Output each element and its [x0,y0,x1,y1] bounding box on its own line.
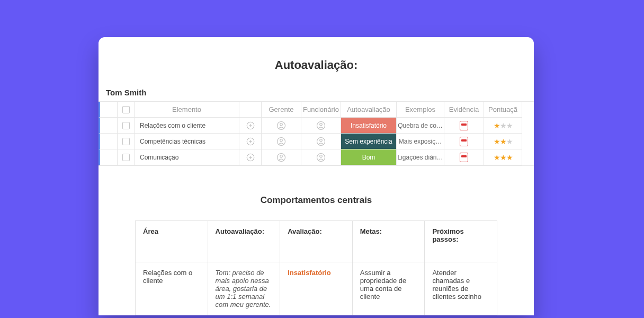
core-header-area: Área [136,221,208,262]
cell-funcionario[interactable] [301,118,341,134]
row-checkbox[interactable] [118,134,135,149]
app-card: Autoavaliação: Tom Smith Elemento Gerent… [99,37,534,315]
cell-rating[interactable]: Bom [341,149,397,165]
svg-point-13 [320,139,323,142]
checkbox-icon [122,154,130,161]
cell-example[interactable]: Quebra de co… [397,118,444,134]
cell-evidence[interactable] [444,134,484,149]
svg-point-18 [280,155,283,157]
plus-circle-icon [246,153,255,162]
core-header-proximos: Próximos passos: [425,221,497,262]
svg-point-6 [320,123,323,126]
rail-spacer [99,102,118,118]
avatar-icon [276,137,286,146]
cell-add[interactable] [239,134,262,149]
cell-evidence[interactable] [444,118,484,134]
cell-rating[interactable]: Insatisfatório [341,118,397,134]
header-plus [239,102,262,118]
star-rating: ★★★ [494,121,513,130]
row-checkbox[interactable] [118,149,135,165]
row-checkbox[interactable] [118,118,135,134]
avatar-icon [276,121,286,130]
cell-rating[interactable]: Sem experiência [341,134,397,149]
checkbox-icon [122,122,130,129]
cell-elemento[interactable]: Relações com o cliente [135,118,239,134]
cell-gerente[interactable] [262,134,301,149]
header-pontuacao: Pontuaçã [484,102,522,118]
rail-spacer [99,118,118,134]
core-cell-metas[interactable]: Assumir a propriedade de uma conta de cl… [352,262,425,315]
page-title: Autoavaliação: [99,58,534,72]
svg-point-20 [320,155,323,157]
header-elemento: Elemento [135,102,239,118]
cell-funcionario[interactable] [301,149,341,165]
core-cell-aval[interactable]: Insatisfatório [280,262,353,315]
file-icon [460,153,468,162]
cell-add[interactable] [239,118,262,134]
core-behaviors-title: Comportamentos centrais [99,195,534,206]
header-autoavaliacao: Autoavaliação [341,102,397,118]
header-funcionario: Funcionário [301,102,341,118]
core-header-aval: Avaliação: [280,221,353,262]
svg-point-4 [280,123,283,126]
star-rating: ★★★ [494,153,513,162]
cell-funcionario[interactable] [301,134,341,149]
cell-elemento[interactable]: Comunicação [135,149,239,165]
header-gerente: Gerente [262,102,301,118]
cell-example[interactable]: Ligações diári… [397,149,444,165]
cell-add[interactable] [239,149,262,165]
cell-stars[interactable]: ★★★ [484,118,522,134]
cell-gerente[interactable] [262,149,301,165]
core-header-auto: Autoavaliação: [208,221,280,262]
avatar-icon [276,153,286,162]
core-behaviors-table: Área Autoavaliação: Avaliação: Metas: Pr… [135,220,497,315]
plus-circle-icon [246,137,255,146]
core-cell-auto[interactable]: Tom: preciso de mais apoio nessa área, g… [208,262,280,315]
rail-spacer [99,149,118,165]
svg-point-11 [280,139,283,142]
cell-elemento[interactable]: Competências técnicas [135,134,239,149]
core-cell-area[interactable]: Relações com o cliente [136,262,208,315]
checkbox-icon [122,106,130,113]
cell-example[interactable]: Mais exposiç… [397,134,444,149]
core-cell-proximos[interactable]: Atender chamadas e reuniões de clientes … [425,262,497,315]
cell-evidence[interactable] [444,149,484,165]
avatar-icon [316,153,326,162]
avatar-icon [316,121,326,130]
rating-badge: Sem experiência [341,134,396,149]
evaluation-grid: Elemento Gerente Funcionário Autoavaliaç… [99,101,534,166]
avatar-icon [316,137,326,146]
checkbox-icon [122,138,130,145]
core-row: Relações com o cliente Tom: preciso de m… [136,262,497,315]
header-checkbox-cell[interactable] [118,102,135,118]
cell-gerente[interactable] [262,118,301,134]
rating-badge: Bom [341,149,396,165]
core-header-metas: Metas: [352,221,425,262]
plus-circle-icon [246,121,255,130]
header-evidencia: Evidência [444,102,484,118]
cell-stars[interactable]: ★★★ [484,134,522,149]
star-rating: ★★★ [494,137,513,146]
header-exemplos: Exemplos [397,102,444,118]
cell-stars[interactable]: ★★★ [484,149,522,165]
employee-name: Tom Smith [99,88,534,101]
file-icon [460,121,468,130]
core-header-row: Área Autoavaliação: Avaliação: Metas: Pr… [136,221,497,262]
rating-badge: Insatisfatório [341,118,396,133]
file-icon [460,137,468,146]
rail-spacer [99,134,118,149]
